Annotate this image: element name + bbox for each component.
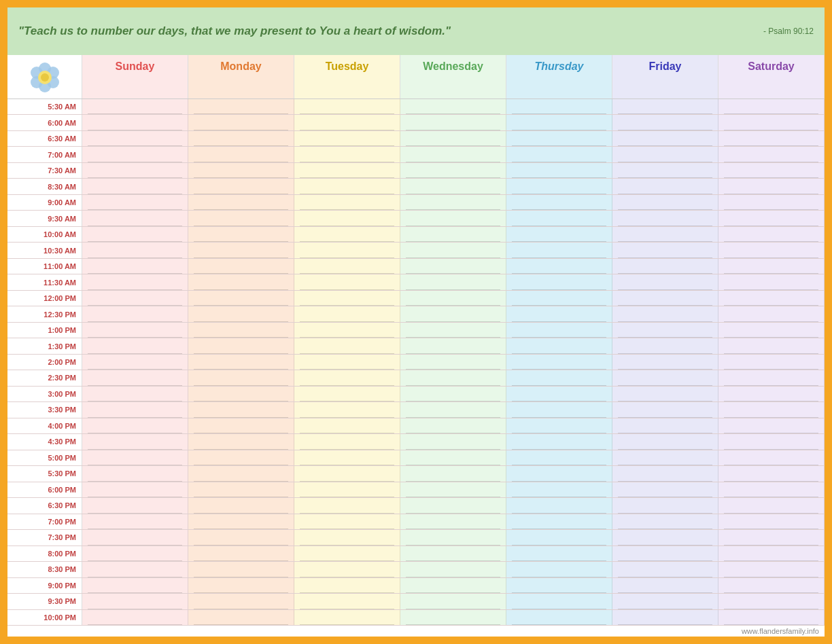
time-cell-thursday[interactable] bbox=[506, 514, 612, 529]
time-cell-monday[interactable] bbox=[188, 163, 294, 178]
time-cell-sunday[interactable] bbox=[82, 450, 188, 465]
time-cell-wednesday[interactable] bbox=[400, 466, 506, 481]
time-cell-tuesday[interactable] bbox=[294, 115, 400, 130]
time-cell-thursday[interactable] bbox=[506, 370, 612, 385]
time-cell-wednesday[interactable] bbox=[400, 243, 506, 257]
time-cell-wednesday[interactable] bbox=[400, 227, 506, 242]
time-cell-monday[interactable] bbox=[188, 306, 294, 321]
time-cell-saturday[interactable] bbox=[718, 115, 825, 130]
time-cell-wednesday[interactable] bbox=[400, 578, 506, 593]
time-cell-saturday[interactable] bbox=[718, 131, 825, 146]
time-cell-friday[interactable] bbox=[612, 498, 718, 513]
time-cell-wednesday[interactable] bbox=[400, 450, 506, 465]
time-cell-wednesday[interactable] bbox=[400, 370, 506, 385]
time-cell-friday[interactable] bbox=[612, 514, 718, 529]
time-cell-thursday[interactable] bbox=[506, 482, 612, 497]
time-cell-sunday[interactable] bbox=[82, 131, 188, 146]
time-cell-saturday[interactable] bbox=[718, 466, 825, 481]
time-cell-monday[interactable] bbox=[188, 243, 294, 257]
time-cell-tuesday[interactable] bbox=[294, 211, 400, 226]
time-cell-friday[interactable] bbox=[612, 147, 718, 162]
time-cell-wednesday[interactable] bbox=[400, 546, 506, 561]
time-cell-wednesday[interactable] bbox=[400, 355, 506, 370]
time-cell-saturday[interactable] bbox=[718, 195, 825, 210]
time-cell-monday[interactable] bbox=[188, 387, 294, 401]
time-cell-monday[interactable] bbox=[188, 99, 294, 114]
time-cell-tuesday[interactable] bbox=[294, 578, 400, 593]
time-cell-friday[interactable] bbox=[612, 227, 718, 242]
time-cell-wednesday[interactable] bbox=[400, 291, 506, 306]
time-cell-sunday[interactable] bbox=[82, 610, 188, 625]
time-cell-sunday[interactable] bbox=[82, 402, 188, 417]
time-cell-sunday[interactable] bbox=[82, 514, 188, 529]
time-cell-thursday[interactable] bbox=[506, 610, 612, 625]
time-cell-thursday[interactable] bbox=[506, 243, 612, 257]
time-cell-saturday[interactable] bbox=[718, 338, 825, 353]
time-cell-wednesday[interactable] bbox=[400, 402, 506, 417]
time-cell-saturday[interactable] bbox=[718, 243, 825, 257]
time-cell-saturday[interactable] bbox=[718, 562, 825, 577]
time-cell-saturday[interactable] bbox=[718, 402, 825, 417]
time-cell-monday[interactable] bbox=[188, 211, 294, 226]
time-cell-sunday[interactable] bbox=[82, 259, 188, 274]
time-cell-thursday[interactable] bbox=[506, 450, 612, 465]
time-cell-thursday[interactable] bbox=[506, 323, 612, 338]
time-cell-wednesday[interactable] bbox=[400, 323, 506, 338]
time-cell-friday[interactable] bbox=[612, 546, 718, 561]
time-cell-thursday[interactable] bbox=[506, 578, 612, 593]
time-cell-wednesday[interactable] bbox=[400, 211, 506, 226]
time-cell-sunday[interactable] bbox=[82, 482, 188, 497]
time-cell-wednesday[interactable] bbox=[400, 530, 506, 545]
time-cell-saturday[interactable] bbox=[718, 163, 825, 178]
time-cell-friday[interactable] bbox=[612, 466, 718, 481]
time-cell-friday[interactable] bbox=[612, 387, 718, 401]
time-cell-saturday[interactable] bbox=[718, 610, 825, 625]
time-cell-friday[interactable] bbox=[612, 195, 718, 210]
time-cell-tuesday[interactable] bbox=[294, 562, 400, 577]
time-cell-wednesday[interactable] bbox=[400, 195, 506, 210]
time-cell-tuesday[interactable] bbox=[294, 338, 400, 353]
time-cell-wednesday[interactable] bbox=[400, 610, 506, 625]
time-cell-thursday[interactable] bbox=[506, 466, 612, 481]
time-cell-tuesday[interactable] bbox=[294, 306, 400, 321]
time-cell-sunday[interactable] bbox=[82, 370, 188, 385]
time-cell-friday[interactable] bbox=[612, 274, 718, 289]
time-cell-thursday[interactable] bbox=[506, 306, 612, 321]
time-cell-tuesday[interactable] bbox=[294, 546, 400, 561]
time-cell-sunday[interactable] bbox=[82, 179, 188, 194]
time-cell-tuesday[interactable] bbox=[294, 434, 400, 449]
time-cell-sunday[interactable] bbox=[82, 355, 188, 370]
time-cell-thursday[interactable] bbox=[506, 259, 612, 274]
time-cell-wednesday[interactable] bbox=[400, 306, 506, 321]
time-cell-tuesday[interactable] bbox=[294, 195, 400, 210]
time-cell-wednesday[interactable] bbox=[400, 562, 506, 577]
time-cell-sunday[interactable] bbox=[82, 530, 188, 545]
time-cell-monday[interactable] bbox=[188, 546, 294, 561]
time-cell-sunday[interactable] bbox=[82, 387, 188, 401]
time-cell-saturday[interactable] bbox=[718, 179, 825, 194]
time-cell-sunday[interactable] bbox=[82, 115, 188, 130]
time-cell-friday[interactable] bbox=[612, 610, 718, 625]
time-cell-monday[interactable] bbox=[188, 466, 294, 481]
time-cell-sunday[interactable] bbox=[82, 594, 188, 609]
time-cell-friday[interactable] bbox=[612, 131, 718, 146]
time-cell-thursday[interactable] bbox=[506, 594, 612, 609]
time-cell-monday[interactable] bbox=[188, 131, 294, 146]
time-cell-thursday[interactable] bbox=[506, 291, 612, 306]
time-cell-friday[interactable] bbox=[612, 306, 718, 321]
time-cell-monday[interactable] bbox=[188, 179, 294, 194]
time-cell-tuesday[interactable] bbox=[294, 610, 400, 625]
time-cell-wednesday[interactable] bbox=[400, 274, 506, 289]
time-cell-thursday[interactable] bbox=[506, 227, 612, 242]
time-cell-wednesday[interactable] bbox=[400, 434, 506, 449]
time-cell-monday[interactable] bbox=[188, 227, 294, 242]
time-cell-sunday[interactable] bbox=[82, 498, 188, 513]
time-cell-wednesday[interactable] bbox=[400, 418, 506, 433]
time-cell-saturday[interactable] bbox=[718, 291, 825, 306]
time-cell-tuesday[interactable] bbox=[294, 402, 400, 417]
time-cell-tuesday[interactable] bbox=[294, 482, 400, 497]
time-cell-sunday[interactable] bbox=[82, 147, 188, 162]
time-cell-sunday[interactable] bbox=[82, 466, 188, 481]
time-cell-sunday[interactable] bbox=[82, 195, 188, 210]
time-cell-wednesday[interactable] bbox=[400, 147, 506, 162]
